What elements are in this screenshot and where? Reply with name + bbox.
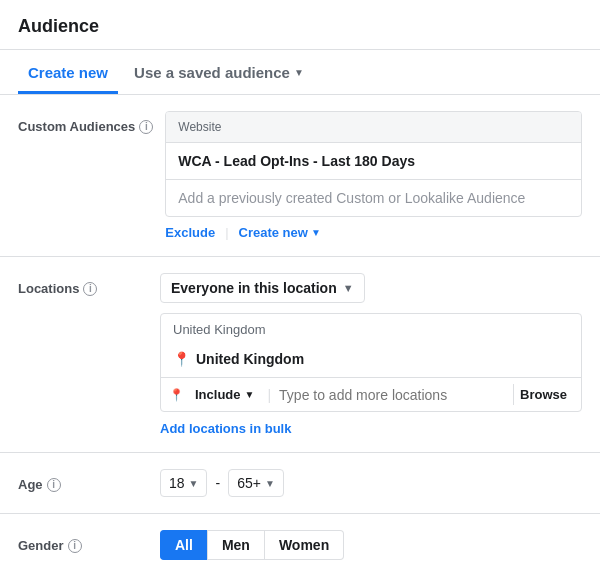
age-label: Age i [18,469,148,492]
custom-audiences-box: Website WCA - Lead Opt-Ins - Last 180 Da… [165,111,582,217]
page-title: Audience [0,0,600,50]
exclude-link[interactable]: Exclude [165,225,215,240]
gender-all-button[interactable]: All [160,530,207,560]
audience-box-header: Website [166,112,581,143]
create-new-link[interactable]: Create new ▼ [239,225,321,240]
audience-links-row: Exclude | Create new ▼ [165,225,582,240]
add-bulk-link-row: Add locations in bulk [160,420,582,436]
age-content: 18 ▼ - 65+ ▼ [160,469,582,497]
create-new-dropdown-arrow: ▼ [311,227,321,238]
locations-section: Locations i Everyone in this location ▼ … [0,257,600,453]
custom-audiences-info-icon[interactable]: i [139,120,153,134]
age-row: 18 ▼ - 65+ ▼ [160,469,582,497]
gender-men-button[interactable]: Men [207,530,265,560]
saved-audience-dropdown-arrow: ▼ [294,67,304,78]
browse-button[interactable]: Browse [513,384,573,405]
locations-content: Everyone in this location ▼ United Kingd… [160,273,582,436]
gender-section: Gender i All Men Women [0,514,600,575]
age-min-arrow: ▼ [189,478,199,489]
location-input-row: 📍 Include ▼ | Browse [161,377,581,411]
gender-women-button[interactable]: Women [265,530,344,560]
include-dropdown-arrow: ▼ [245,389,255,400]
age-info-icon[interactable]: i [47,478,61,492]
locations-info-icon[interactable]: i [83,282,97,296]
tabs-bar: Create new Use a saved audience ▼ [0,50,600,95]
locations-label: Locations i [18,273,148,296]
include-pin-icon: 📍 [169,388,184,402]
age-max-dropdown[interactable]: 65+ ▼ [228,469,284,497]
gender-info-icon[interactable]: i [68,539,82,553]
add-locations-bulk-link[interactable]: Add locations in bulk [160,421,291,436]
tab-create-new[interactable]: Create new [18,50,118,94]
location-box: United Kingdom 📍 United Kingdom 📍 Includ… [160,313,582,412]
audience-box-item: WCA - Lead Opt-Ins - Last 180 Days [166,143,581,179]
include-dropdown-btn[interactable]: Include ▼ [190,384,259,405]
location-pin-icon: 📍 [173,351,190,367]
gender-content: All Men Women [160,530,582,560]
age-dash: - [215,475,220,491]
gender-toggle-group: All Men Women [160,530,582,560]
custom-audiences-label: Custom Audiences i [18,111,153,134]
location-selected-row: 📍 United Kingdom [161,345,581,377]
age-min-dropdown[interactable]: 18 ▼ [160,469,207,497]
location-dropdown-arrow: ▼ [343,282,354,294]
custom-audiences-section: Custom Audiences i Website WCA - Lead Op… [0,95,600,257]
audience-box-placeholder[interactable]: Add a previously created Custom or Looka… [166,179,581,216]
age-section: Age i 18 ▼ - 65+ ▼ [0,453,600,514]
age-max-arrow: ▼ [265,478,275,489]
input-separator: | [267,387,271,403]
custom-audiences-content: Website WCA - Lead Opt-Ins - Last 180 Da… [165,111,582,240]
selected-location-name: United Kingdom [196,351,304,367]
link-separator: | [225,225,228,240]
location-search-input[interactable] [279,387,503,403]
location-type-dropdown[interactable]: Everyone in this location ▼ [160,273,365,303]
tab-saved-audience[interactable]: Use a saved audience ▼ [124,50,314,94]
location-country-label: United Kingdom [161,314,581,345]
gender-label: Gender i [18,530,148,553]
